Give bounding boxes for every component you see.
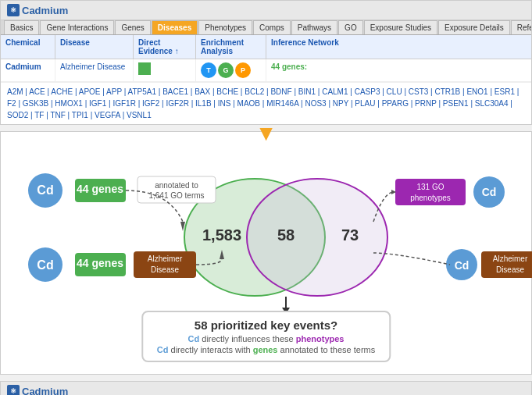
key-events-box: 58 prioritized key events? Cd directly i… <box>141 311 391 362</box>
direct-evidence-cell <box>134 59 196 81</box>
phenotypes-label: phenotypes <box>296 334 345 343</box>
col-chemical: Chemical <box>1 35 55 59</box>
key-events-title: 58 prioritized key events? <box>157 318 375 332</box>
tab-basics[interactable]: Basics <box>4 20 39 34</box>
svg-text:Disease: Disease <box>151 265 180 274</box>
disease-name: Alzheimer Disease <box>55 59 134 81</box>
svg-text:Cd: Cd <box>482 186 497 198</box>
svg-text:Alzheimer: Alzheimer <box>148 254 183 263</box>
logo-icon: ⚛ <box>7 4 20 16</box>
svg-text:131 GO: 131 GO <box>416 183 444 191</box>
svg-text:73: 73 <box>341 226 359 244</box>
svg-text:phenotypes: phenotypes <box>410 194 451 202</box>
tab-diseases[interactable]: Diseases <box>152 20 198 34</box>
svg-text:Disease: Disease <box>496 265 525 274</box>
enrichment-icon-2[interactable]: G <box>218 62 234 78</box>
logo-icon-2: ⚛ <box>7 385 20 395</box>
app-logo-2: ⚛ Cadmium <box>7 385 68 395</box>
tab-go[interactable]: GO <box>338 20 363 34</box>
enrichment-cell: T G P <box>196 59 266 81</box>
top-arrow: ▼ <box>255 121 277 146</box>
bottom-panel: ⚛ Cadmium Basics Gene Interactions Genes… <box>0 381 532 395</box>
col-enrichment: EnrichmentAnalysis <box>196 35 266 59</box>
cd-label-1: Cd <box>188 334 200 343</box>
tab-references[interactable]: References <box>511 20 531 34</box>
svg-text:58: 58 <box>277 226 295 244</box>
col-inference: Inference Network <box>266 35 531 59</box>
key-events-line2: Cd directly interacts with genes annotat… <box>157 345 375 354</box>
venn-diagram: 1,583 58 73 Cd 44 genes annotated to 1,6… <box>12 144 520 362</box>
tab-phenotypes[interactable]: Phenotypes <box>198 20 252 34</box>
svg-text:Cd: Cd <box>37 258 53 272</box>
svg-text:Cd: Cd <box>455 259 470 272</box>
genes-text: A2M | ACE | ACHE | APOE | APP | ATP5A1 |… <box>7 87 519 119</box>
key-events-text2: directly interacts with <box>171 345 253 354</box>
enrichment-icon-1[interactable]: T <box>201 62 216 78</box>
chemical-name: Cadmium <box>1 59 55 81</box>
genes-label: genes <box>253 345 278 354</box>
cd-label-2: Cd <box>157 345 169 354</box>
col-direct-evidence[interactable]: DirectEvidence ↑ <box>134 35 196 59</box>
tab-exposure-studies[interactable]: Exposure Studies <box>364 20 437 34</box>
svg-text:1,641 GO terms: 1,641 GO terms <box>148 191 204 200</box>
svg-text:Alzheimer: Alzheimer <box>493 254 528 263</box>
svg-text:Cd: Cd <box>37 183 53 197</box>
tab-genes[interactable]: Genes <box>115 20 150 34</box>
top-nav-tabs: Basics Gene Interactions Genes Diseases … <box>1 20 531 35</box>
key-events-line1: Cd directly influences these phenotypes <box>157 334 375 343</box>
inference-cell: 44 genes: <box>266 59 531 81</box>
enrichment-icon-3[interactable]: P <box>235 62 251 78</box>
evidence-icon <box>138 62 151 75</box>
tab-gene-interactions[interactable]: Gene Interactions <box>40 20 114 34</box>
tab-exposure-details[interactable]: Exposure Details <box>438 20 510 34</box>
tab-pathways[interactable]: Pathways <box>291 20 337 34</box>
key-events-text1: directly influences these <box>202 334 295 343</box>
svg-text:annotated to: annotated to <box>155 181 198 190</box>
table-headers: Chemical Disease DirectEvidence ↑ Enrich… <box>1 35 531 59</box>
app-logo: ⚛ Cadmium <box>7 4 68 16</box>
svg-text:44 genes: 44 genes <box>77 183 123 195</box>
app-name: Cadmium <box>22 5 68 16</box>
tab-comps[interactable]: Comps <box>253 20 291 34</box>
key-events-text3: annotated to these terms <box>280 345 376 354</box>
app-name-2: Cadmium <box>22 386 68 396</box>
gene-list: A2M | ACE | ACHE | APOE | APP | ATP5A1 |… <box>1 82 531 124</box>
table-row: Cadmium Alzheimer Disease T G P 44 genes… <box>1 59 531 82</box>
col-disease[interactable]: Disease <box>55 35 134 59</box>
gene-count-label: 44 genes: <box>271 62 307 71</box>
svg-text:1,583: 1,583 <box>202 226 241 244</box>
venn-section: ▼ 1,583 58 73 Cd 44 genes annotated to 1… <box>0 131 532 375</box>
svg-point-1 <box>247 179 387 296</box>
svg-text:44 genes: 44 genes <box>77 257 123 269</box>
